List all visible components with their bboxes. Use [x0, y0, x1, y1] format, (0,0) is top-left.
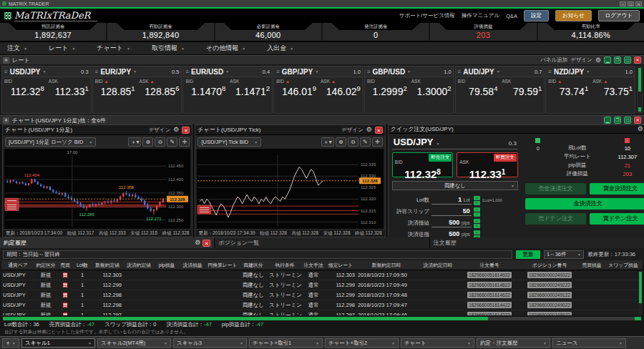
chart-selector-dropdown[interactable]: [USD/JPY] Tick BID▼ — [197, 137, 261, 147]
history-tab-2[interactable]: 注文履歴 — [430, 237, 644, 248]
layout-tab-3[interactable]: チャート+取引1▼ — [249, 338, 323, 348]
header-link-2[interactable]: Q&A — [506, 13, 517, 19]
zoom-out-icon[interactable]: ⊖ — [348, 137, 358, 147]
column-header[interactable]: 執行条件 — [268, 262, 302, 269]
menu-item-2[interactable]: チャート▼ — [97, 44, 130, 53]
column-header[interactable]: 指定レート — [325, 262, 356, 269]
close-icon[interactable]: ✕ — [203, 240, 210, 247]
layout-tab-4[interactable]: チャート+取引2▼ — [325, 338, 399, 348]
stepper-control[interactable]: ▲▼ — [474, 196, 480, 205]
add-indicator-button[interactable]: ＋▾ — [321, 137, 334, 147]
ask-quote-button[interactable]: ASK 1.14712 — [228, 77, 272, 113]
menu-item-3[interactable]: 取引情報▼ — [152, 44, 185, 53]
column-header[interactable]: pip損益 — [155, 262, 179, 269]
ask-quote-button[interactable]: ASK 79.591 — [499, 77, 544, 113]
history-tab-1[interactable]: ポジション一覧 — [215, 237, 429, 248]
chart-selector-dropdown[interactable]: [USD/JPY] 1分足 ローソク BID▼ — [5, 137, 96, 147]
ask-buy-button[interactable]: ASK 即買注文 112.331 — [457, 152, 518, 177]
close-all-button[interactable]: 全決済注文 — [525, 198, 644, 210]
table-horizontal-scrollbar[interactable] — [3, 317, 641, 320]
menu-icon[interactable]: ≡ — [4, 69, 8, 75]
menu-item-4[interactable]: その他情報▼ — [206, 44, 245, 53]
chevron-down-icon[interactable]: ▼ — [586, 69, 590, 74]
bid-quote-button[interactable]: BID 1.29992 — [365, 77, 409, 113]
gear-icon[interactable]: ⚙ — [195, 240, 200, 246]
bid-quote-button[interactable]: BID 112.328 — [2, 77, 47, 113]
hedge-mode-dropdown[interactable]: 両建なし ▼ — [392, 181, 518, 190]
table-row[interactable]: USD/JPY新規買1112.299両建なしストリーミング通常112.29920… — [1, 280, 643, 290]
table-row[interactable]: USD/JPY新規買1112.298両建なしストリーミング通常112.29820… — [1, 300, 643, 310]
column-header[interactable]: 決済約定値 — [123, 262, 155, 269]
menu-item-0[interactable]: 注文▼ — [7, 44, 27, 53]
chevron-down-icon[interactable]: ▼ — [407, 69, 411, 74]
stepper-control[interactable]: ▲▼ — [474, 219, 480, 228]
menu-icon[interactable]: ≡ — [367, 69, 371, 75]
chevron-down-icon[interactable]: ▼ — [225, 69, 229, 74]
layout-tab-6[interactable]: 約定・注文履歴▼ — [477, 338, 550, 348]
panel-restore-icon[interactable]: ❐ — [614, 56, 621, 64]
column-header[interactable]: スワップ損益 — [604, 262, 643, 269]
menu-icon[interactable]: ≡ — [95, 69, 99, 75]
field-input[interactable]: 500 pips — [431, 219, 472, 227]
header-button-2[interactable]: ログアウト — [598, 10, 640, 21]
chevron-down-icon[interactable]: ▼ — [497, 69, 500, 74]
column-header[interactable]: 注文番号 — [459, 262, 519, 269]
window-close-icon[interactable]: ✕ — [635, 1, 642, 6]
menu-icon[interactable]: ≡ — [185, 69, 189, 75]
menu-icon[interactable]: ≡ — [548, 69, 552, 75]
bid-quote-button[interactable]: BID 79.584 — [456, 77, 500, 113]
add-indicator-button[interactable]: ＋▾ — [128, 137, 141, 147]
column-header[interactable]: 両建区分 — [239, 262, 268, 269]
stepper-control[interactable]: ▲▼ — [474, 207, 480, 217]
ask-quote-button[interactable]: ASK▲ 73.751 — [590, 77, 635, 113]
tick-chart-canvas[interactable]: 112.310112.315112.320112.325112.330112.3… — [197, 149, 383, 229]
design-button[interactable]: デザイン — [341, 127, 364, 134]
candle-chart-canvas[interactable]: 112.250112.300112.350112.400112.45017:00… — [4, 149, 190, 229]
chevron-down-icon[interactable]: ▼ — [133, 69, 137, 74]
layout-tab-1[interactable]: スキャル2(MT4用)▼ — [97, 338, 171, 348]
chevron-down-icon[interactable]: ▼ — [436, 142, 439, 146]
design-button[interactable]: デザイン — [570, 56, 592, 64]
ask-quote-button[interactable]: ASK▲ 146.029 — [318, 77, 363, 113]
gear-icon[interactable]: ⚙ — [173, 127, 179, 133]
panel-close-icon[interactable]: ✕ — [634, 56, 641, 64]
table-row[interactable]: USD/JPY新規買1112.303両建なしストリーミング通常112.30320… — [1, 270, 643, 280]
column-header[interactable]: ポジション番号 — [519, 262, 580, 269]
expand-icon[interactable]: ＋ — [3, 117, 9, 124]
panel-minimize-icon[interactable]: ▁ — [604, 56, 611, 64]
refresh-button[interactable]: 更新 — [516, 250, 540, 259]
column-header[interactable]: 売買損益 — [580, 262, 604, 269]
add-layout-button[interactable]: +▼ — [2, 338, 19, 348]
table-row-partial[interactable]: USD/JPY新規買1112.297両建なしストリーミング通常112.29720… — [1, 310, 643, 315]
bid-quote-button[interactable]: BID▲ 146.019 — [274, 77, 318, 113]
buy-doten-button[interactable]: 買ドテン注文 — [590, 213, 644, 225]
chevron-down-icon[interactable]: ▼ — [315, 69, 318, 74]
window-minimize-icon[interactable]: ─ — [620, 1, 626, 6]
zoom-in-icon[interactable]: ⊕ — [142, 137, 153, 147]
period-filter[interactable]: 期間：当日始～翌日終 — [3, 250, 512, 259]
expand-icon[interactable]: ＋ — [3, 57, 9, 64]
bid-quote-button[interactable]: BID 1.14708 — [183, 77, 228, 113]
table-vertical-scrollbar[interactable] — [638, 270, 643, 315]
panel-restore-icon[interactable]: ❐ — [614, 117, 621, 124]
column-header[interactable]: 新規約定値 — [92, 262, 123, 269]
sell-doten-button[interactable]: 売ドテン注文 — [525, 213, 587, 225]
field-input[interactable]: 50 — [431, 207, 472, 216]
scrollbar-end-button[interactable] — [635, 317, 641, 320]
ask-quote-button[interactable]: ASK 112.331 — [47, 77, 91, 113]
column-header[interactable]: 円換算レート — [206, 262, 239, 269]
column-header[interactable]: 決済損益 — [179, 262, 206, 269]
close-icon[interactable]: ✕ — [182, 127, 190, 134]
ask-quote-button[interactable]: ASK▲ 128.856 — [137, 77, 182, 113]
gear-icon[interactable]: ⚙ — [638, 126, 643, 132]
bid-sell-button[interactable]: BID 即売注文 112.328 — [392, 152, 454, 177]
bid-quote-button[interactable]: BID▲ 73.741 — [546, 77, 590, 113]
table-row[interactable]: USD/JPY新規買1112.298両建なしストリーミング通常112.29920… — [1, 290, 643, 300]
crosshair-icon[interactable]: ✛ — [179, 137, 190, 147]
column-header[interactable]: 新規約定日時 — [356, 262, 416, 269]
rate-scrollbar[interactable] — [637, 67, 643, 113]
window-maximize-icon[interactable]: □ — [628, 1, 634, 6]
range-dropdown[interactable]: 1～36件▼ — [544, 250, 584, 259]
column-header[interactable]: Lot数 — [73, 262, 92, 269]
panel-minimize-icon[interactable]: ▁ — [604, 117, 611, 124]
